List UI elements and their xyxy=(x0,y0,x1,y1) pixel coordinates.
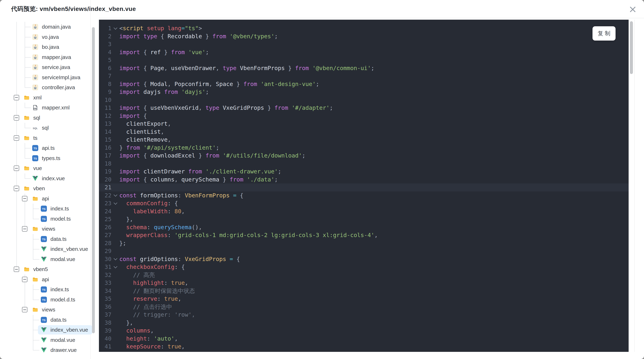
collapse-icon[interactable] xyxy=(14,166,19,171)
tree-item-index_vben.vue[interactable]: index_vben.vue xyxy=(38,325,92,335)
code-line[interactable]: 13 clientExport, xyxy=(99,120,628,128)
code-line[interactable]: 4import { ref } from 'vue'; xyxy=(99,48,628,56)
tree-item-data.ts[interactable]: TSdata.ts xyxy=(38,315,71,325)
tree-item-types.ts[interactable]: TStypes.ts xyxy=(29,154,64,163)
code-line[interactable]: 17import { downloadExcel } from '#/utils… xyxy=(99,152,628,160)
tree-item-index.ts[interactable]: TSindex.ts xyxy=(38,285,73,294)
code-line[interactable]: 9import dayjs from 'dayjs'; xyxy=(99,88,628,96)
tree-item-vben5[interactable]: vben5 xyxy=(21,265,52,274)
fold-gutter xyxy=(112,112,119,120)
code-line[interactable]: 29 xyxy=(99,247,628,255)
collapse-icon[interactable] xyxy=(14,267,19,272)
tree-item-model.d.ts[interactable]: TSmodel.d.ts xyxy=(38,295,80,304)
code-line[interactable]: 24 labelWidth: 80, xyxy=(99,207,628,215)
tree-item-modal.vue[interactable]: modal.vue xyxy=(38,336,80,345)
code-line[interactable]: 30const gridOptions: VxeGridProps = { xyxy=(99,255,628,263)
tree-item-index_vben.vue[interactable]: index_vben.vue xyxy=(38,244,92,254)
code-line[interactable]: 40 height: 'auto', xyxy=(99,335,628,343)
code-line[interactable]: 23 commonConfig: { xyxy=(99,199,628,207)
code-line[interactable]: 33 highlight: true, xyxy=(99,279,628,287)
tree-item-api[interactable]: api xyxy=(29,275,53,284)
code-line[interactable]: 12import { xyxy=(99,112,628,120)
code-line[interactable]: 2import type { Recordable } from '@vben/… xyxy=(99,32,628,40)
tree-item-vue[interactable]: vue xyxy=(21,164,46,173)
tree-item-api.ts[interactable]: TSapi.ts xyxy=(29,143,59,153)
tree-item-sql[interactable]: SQLsql xyxy=(29,123,53,132)
code-line[interactable]: 10 xyxy=(99,96,628,104)
code-line[interactable]: 20import { columns, querySchema } from '… xyxy=(99,176,628,184)
tree-item-views[interactable]: views xyxy=(29,224,60,234)
fold-chevron-icon[interactable] xyxy=(112,199,119,207)
tree-item-bo.java[interactable]: bo.java xyxy=(29,42,64,52)
tree-item-ts[interactable]: ts xyxy=(21,133,42,143)
code-line[interactable]: 26 schema: querySchema(), xyxy=(99,223,628,231)
tree-item-modal.vue[interactable]: modal.vue xyxy=(38,255,80,264)
collapse-icon[interactable] xyxy=(22,196,27,201)
code-line[interactable]: 18 xyxy=(99,160,628,168)
code-line[interactable]: 34 // 翻页时保留选中状态 xyxy=(99,287,628,295)
tree-item-xml[interactable]: xml xyxy=(21,93,46,102)
code-line[interactable]: 37 // trigger: 'row', xyxy=(99,311,628,319)
tree-item-drawer.vue[interactable]: drawer.vue xyxy=(38,346,81,355)
editor-scrollbar-thumb[interactable] xyxy=(630,21,633,74)
tree-item-index.vue[interactable]: index.vue xyxy=(29,174,69,183)
code-line[interactable]: 28}; xyxy=(99,239,628,247)
tree-item-api[interactable]: api xyxy=(29,194,53,203)
code-line[interactable]: 27 wrapperClass: 'grid-cols-1 md:grid-co… xyxy=(99,231,628,239)
fold-chevron-icon[interactable] xyxy=(112,263,119,271)
code-line[interactable]: 15 clientRemove, xyxy=(99,136,628,144)
code-line[interactable]: 21 xyxy=(99,183,628,191)
code-line[interactable]: 11import { useVbenVxeGrid, type VxeGridP… xyxy=(99,104,628,112)
code-line[interactable]: 32 // 高亮 xyxy=(99,271,628,279)
tree-item-serviceImpl.java[interactable]: serviceImpl.java xyxy=(29,73,84,82)
tree-item-views[interactable]: views xyxy=(29,305,60,314)
code-line[interactable]: 1<script setup lang="ts"> xyxy=(99,24,628,32)
collapse-icon[interactable] xyxy=(14,186,19,191)
tree-item-index.ts[interactable]: TSindex.ts xyxy=(38,204,73,213)
line-number: 41 xyxy=(99,343,112,351)
collapse-icon[interactable] xyxy=(14,95,19,100)
fold-chevron-icon[interactable] xyxy=(112,191,119,200)
code-line[interactable]: 35 reserve: true, xyxy=(99,295,628,303)
code-line[interactable]: 25 }, xyxy=(99,215,628,223)
code-line[interactable]: 14 clientList, xyxy=(99,128,628,136)
tree-item-controller.java[interactable]: controller.java xyxy=(29,83,79,92)
code-line[interactable]: 22const formOptions: VbenFormProps = { xyxy=(99,191,628,200)
code-line[interactable]: 8import { Modal, Popconfirm, Space } fro… xyxy=(99,80,628,88)
collapse-icon[interactable] xyxy=(22,226,27,232)
code-line[interactable]: 6import { Page, useVbenDrawer, type Vben… xyxy=(99,64,628,72)
tree-item-domain.java[interactable]: domain.java xyxy=(29,22,75,31)
code-line[interactable]: 41 keepSource: true, xyxy=(99,343,628,351)
fold-gutter xyxy=(112,144,119,152)
code-line[interactable]: 39 columns, xyxy=(99,327,628,335)
tree-item-mapper.xml[interactable]: XMLmapper.xml xyxy=(29,103,74,112)
tree-item-model.ts[interactable]: TSmodel.ts xyxy=(38,214,75,224)
code-line[interactable]: 19import clientDrawer from './client-dra… xyxy=(99,168,628,176)
fold-chevron-icon[interactable] xyxy=(112,24,119,32)
code-line[interactable]: 7 xyxy=(99,72,628,80)
code-editor[interactable]: 1<script setup lang="ts">2import type { … xyxy=(99,20,628,352)
tree-item-mapper.java[interactable]: mapper.java xyxy=(29,52,75,62)
fold-gutter xyxy=(112,247,119,255)
collapse-icon[interactable] xyxy=(14,135,19,141)
tree-item-label: drawer.vue xyxy=(50,347,77,353)
collapse-icon[interactable] xyxy=(22,307,27,312)
code-line[interactable]: 31 checkboxConfig: { xyxy=(99,263,628,271)
code-line[interactable]: 38 }, xyxy=(99,319,628,327)
tree-scrollbar-thumb[interactable] xyxy=(92,27,95,333)
tree-item-vben[interactable]: vben xyxy=(21,184,49,193)
code-line[interactable]: 36 // 点击行选中 xyxy=(99,303,628,311)
collapse-icon[interactable] xyxy=(22,277,27,282)
code-line[interactable]: 5 xyxy=(99,56,628,64)
tree-item-data.ts[interactable]: TSdata.ts xyxy=(38,234,71,244)
close-icon[interactable]: × xyxy=(626,0,639,18)
tree-item-vo.java[interactable]: vo.java xyxy=(29,32,63,42)
code-line[interactable]: 16} from '#/api/system/client'; xyxy=(99,144,628,152)
folder-icon xyxy=(32,307,38,313)
fold-chevron-icon[interactable] xyxy=(112,255,119,263)
copy-button[interactable]: 复 制 xyxy=(592,26,616,40)
tree-item-service.java[interactable]: service.java xyxy=(29,62,74,72)
code-line[interactable]: 3 xyxy=(99,40,628,48)
tree-item-sql[interactable]: sql xyxy=(21,113,44,122)
collapse-icon[interactable] xyxy=(14,115,19,120)
